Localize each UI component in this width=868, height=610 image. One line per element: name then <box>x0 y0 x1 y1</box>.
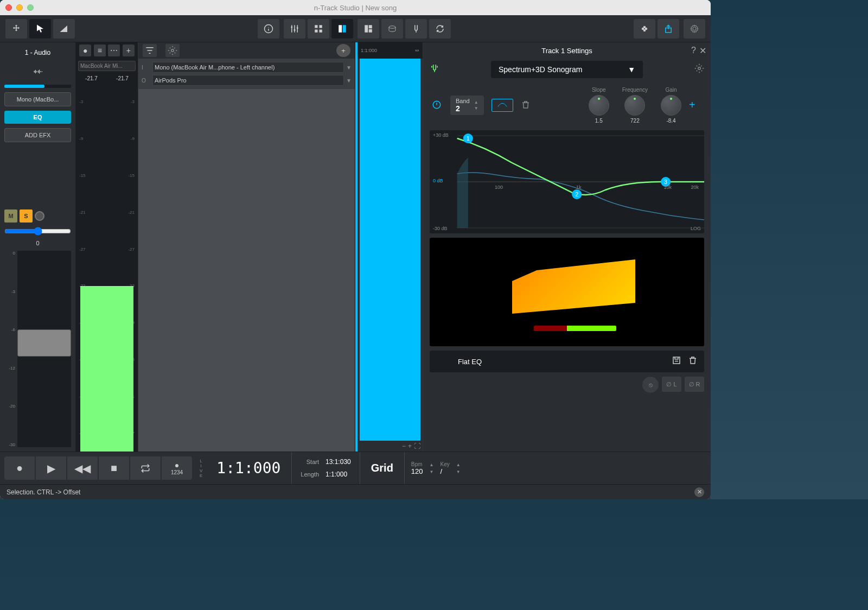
meter-strip: ● ≡ ⋯ + MacBook Air Mi... -21.7 -21.7 -3… <box>76 42 138 452</box>
time-display[interactable]: 1:1:000 <box>206 452 291 484</box>
save-preset-button[interactable] <box>672 355 681 367</box>
play-button[interactable]: ▶ <box>36 456 66 480</box>
level-meter: -3-3 -9-9 -15-15 -21-21 -27-27 -33-33 -3… <box>76 84 138 452</box>
key-down-button[interactable]: ▼ <box>456 469 461 474</box>
frequency-label: Frequency <box>622 87 648 93</box>
help-button[interactable]: ? <box>691 46 696 56</box>
record-arm-button[interactable] <box>35 211 44 221</box>
rewind-button[interactable]: ◀◀ <box>67 456 98 480</box>
titlebar: n-Track Studio | New song <box>0 0 711 15</box>
drums-button[interactable] <box>381 19 403 39</box>
volume-fader[interactable] <box>17 251 71 447</box>
tuner-button[interactable] <box>405 19 427 39</box>
solo-button[interactable]: S <box>20 209 33 223</box>
gear-icon <box>690 24 699 34</box>
svg-point-16 <box>643 26 646 28</box>
snap-mode[interactable]: Grid <box>360 452 404 484</box>
center-gear-button[interactable] <box>165 44 180 57</box>
record-button[interactable]: ● <box>4 456 35 480</box>
phase-right-button[interactable]: ∅ R <box>685 377 704 392</box>
frequency-knob[interactable] <box>624 95 645 116</box>
zoom-in-button[interactable]: + <box>408 442 412 450</box>
meter-record-button[interactable]: ● <box>79 45 91 56</box>
add-efx-button[interactable]: ADD EFX <box>4 128 71 142</box>
svg-point-19 <box>171 49 174 52</box>
bpm-value[interactable]: 120 <box>411 467 423 475</box>
panel-settings-button[interactable] <box>694 63 704 75</box>
top-toolbar <box>0 15 711 42</box>
panels-button[interactable] <box>331 19 353 39</box>
band-up-button[interactable]: ▲ <box>474 100 478 105</box>
cloud-button[interactable] <box>634 19 655 39</box>
add-band-button[interactable]: + <box>689 99 702 112</box>
close-panel-button[interactable]: ✕ <box>699 46 706 56</box>
delete-preset-button[interactable] <box>688 355 698 367</box>
band-selector[interactable]: Band 2 ▲▼ <box>450 96 484 115</box>
delete-band-button[interactable] <box>521 100 531 111</box>
select-tool-button[interactable] <box>29 19 51 39</box>
svg-line-32 <box>433 243 438 244</box>
move-tool-button[interactable] <box>5 19 27 39</box>
eq-button[interactable]: EQ <box>4 111 71 124</box>
meter-more-button[interactable]: ⋯ <box>108 45 120 56</box>
pan-value: 0 <box>4 240 71 246</box>
audio-region[interactable] <box>360 59 420 441</box>
length-value[interactable]: 1:1:000 <box>326 471 351 478</box>
svg-line-33 <box>432 243 433 244</box>
slope-knob[interactable] <box>589 95 609 116</box>
mute-button[interactable]: M <box>4 209 17 223</box>
settings-button[interactable] <box>684 19 705 39</box>
key-label: Key <box>440 461 449 467</box>
status-close-button[interactable]: ✕ <box>694 487 704 497</box>
meter-input-select[interactable]: MacBook Air Mi... <box>78 61 136 71</box>
filter-shape-button[interactable] <box>492 99 513 112</box>
close-window-button[interactable] <box>5 4 12 11</box>
display-mode-select[interactable]: Spectrum+3D Sonogram▼ <box>491 61 643 78</box>
share-button[interactable] <box>658 19 679 39</box>
svg-point-20 <box>698 67 701 70</box>
filter-button[interactable] <box>143 44 157 57</box>
mixer-button[interactable] <box>284 19 305 39</box>
svg-rect-34 <box>673 357 680 364</box>
eq-graph[interactable]: 1 2 3 +30 dB 0 dB -30 dB 100 1k 10k 20k … <box>430 130 704 233</box>
track-output-select[interactable]: AirPods Pro <box>152 75 344 86</box>
input-label: I <box>142 65 150 71</box>
meter-add-button[interactable]: + <box>123 45 135 56</box>
eq-power-button[interactable] <box>432 100 443 111</box>
maximize-window-button[interactable] <box>27 4 34 11</box>
phase-left-button[interactable]: ∅ L <box>662 377 681 392</box>
fit-icon[interactable]: ⇔ <box>415 48 419 53</box>
fullscreen-button[interactable]: ⛶ <box>414 442 420 450</box>
track-level-meter <box>4 85 71 88</box>
bpm-up-button[interactable]: ▲ <box>430 462 434 467</box>
zoom-out-button[interactable]: − <box>402 442 406 450</box>
live-indicator: LIVE <box>196 452 206 484</box>
sonogram-3d[interactable] <box>430 238 704 346</box>
track-input-select[interactable]: Mono (MacBook Air M...phone - Left chann… <box>152 62 344 73</box>
band-down-button[interactable]: ▼ <box>474 106 478 111</box>
svg-point-17 <box>643 29 646 31</box>
input-select[interactable]: Mono (MacBo... <box>4 92 71 106</box>
loop-button[interactable] <box>130 456 161 480</box>
preset-name[interactable]: Flat EQ <box>436 358 665 366</box>
stop-button[interactable]: ■ <box>99 456 129 480</box>
meter-menu-button[interactable]: ≡ <box>94 45 106 56</box>
timeline[interactable]: 1:1:000 ⇔ − + ⛶ <box>355 42 423 452</box>
minimize-window-button[interactable] <box>16 4 23 11</box>
svg-rect-6 <box>315 29 317 32</box>
fade-tool-button[interactable] <box>53 19 75 39</box>
info-button[interactable] <box>258 19 279 39</box>
gain-knob[interactable] <box>661 95 681 116</box>
key-up-button[interactable]: ▲ <box>456 462 461 467</box>
refresh-button[interactable] <box>429 19 451 39</box>
grid-view-button[interactable] <box>308 19 329 39</box>
count-in-button[interactable]: ● 1234 <box>162 456 192 480</box>
layout-button[interactable] <box>358 19 379 39</box>
pan-slider[interactable] <box>4 227 71 236</box>
timeline-position: 1:1:000 <box>361 48 377 53</box>
add-track-button[interactable]: + <box>336 44 350 57</box>
key-value[interactable]: / <box>440 467 449 475</box>
start-value[interactable]: 13:1:030 <box>326 458 351 466</box>
phase-invert-button[interactable]: ⦸ <box>642 377 659 393</box>
bpm-down-button[interactable]: ▼ <box>430 469 434 474</box>
